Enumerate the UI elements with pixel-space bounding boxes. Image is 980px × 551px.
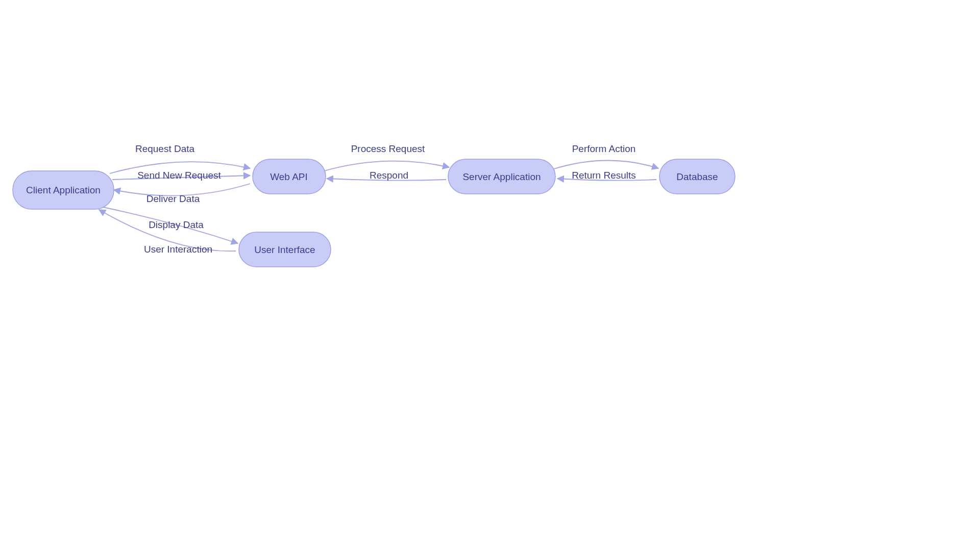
edge-label-deliver-data: Deliver Data xyxy=(146,193,200,204)
edge-label-return-results: Return Results xyxy=(572,170,636,181)
edge-label-request-data: Request Data xyxy=(135,143,195,154)
edge-label-send-new-request: Send New Request xyxy=(137,170,221,181)
edge-label-respond: Respond xyxy=(370,170,408,181)
node-label-database: Database xyxy=(676,171,718,182)
node-label-client: Client Application xyxy=(26,185,101,195)
node-label-webapi: Web API xyxy=(270,171,308,182)
edge-label-user-interaction: User Interaction xyxy=(144,244,212,255)
flow-diagram: Request Data Send New Request Deliver Da… xyxy=(0,0,784,416)
edge-label-perform-action: Perform Action xyxy=(572,143,636,154)
edge-label-process-request: Process Request xyxy=(351,143,425,154)
node-label-ui: User Interface xyxy=(254,244,315,255)
edge-perform-action xyxy=(552,160,658,169)
edge-label-display-data: Display Data xyxy=(149,219,204,230)
node-label-server: Server Application xyxy=(462,171,541,182)
